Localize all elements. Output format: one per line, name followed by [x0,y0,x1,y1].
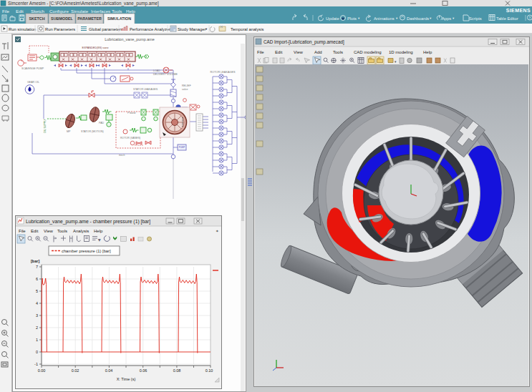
svg-text:[bar]: [bar] [31,259,39,263]
svg-text:Edit: Edit [275,50,283,54]
svg-text:valve: valve [182,88,188,91]
svg-text:File: File [257,50,264,54]
svg-text:Edit: Edit [31,229,39,233]
svg-text:▾: ▾ [395,59,397,64]
svg-text:SIEMENS: SIEMENS [506,8,531,13]
svg-text:✦: ✦ [216,229,219,233]
svg-text:RELIEF: RELIEF [182,84,191,87]
svg-text:0.00: 0.00 [38,368,46,373]
svg-text:?: ? [529,16,531,20]
svg-text:5: 5 [36,289,38,293]
svg-text:2: 2 [36,325,38,330]
svg-text:Scripts: Scripts [469,16,482,21]
svg-text:Study Manager: Study Manager [178,27,205,31]
svg-text:Simulate: Simulate [71,9,89,14]
svg-text:Help: Help [94,229,103,233]
svg-text:Run simulation: Run simulation [9,27,36,31]
svg-text:Table Editor: Table Editor [496,16,518,21]
svg-text:Tools: Tools [57,229,67,233]
svg-text:-1: -1 [34,362,38,366]
svg-text:mech: mech [119,154,125,157]
svg-text:Sketch: Sketch [31,9,44,14]
svg-text:P band: P band [127,112,135,114]
svg-text:Tools: Tools [112,9,122,14]
svg-text:Edit: Edit [16,9,24,14]
svg-text:Animations: Animations [374,16,395,21]
svg-text:▾: ▾ [99,237,101,242]
svg-text:CAD Import-[Lubrication_pump.a: CAD Import-[Lubrication_pump.amecad] [263,39,344,45]
svg-text:SKETCH: SKETCH [29,16,44,21]
svg-text:STATOR LEAKAGES: STATOR LEAKAGES [133,88,158,91]
svg-text:Update: Update [326,16,339,21]
svg-text:ROTOR (VANES): ROTOR (VANES) [120,137,140,139]
svg-text:Help: Help [126,9,135,14]
svg-text:Analysis: Analysis [73,229,89,233]
svg-text:OIL SUPPLY: OIL SUPPLY [44,118,47,133]
svg-text:0.10: 0.10 [205,368,213,373]
svg-text:LOAD: LOAD [153,69,160,72]
svg-text:File: File [19,229,26,233]
svg-text:PARAMETER: PARAMETER [77,16,102,21]
svg-text:ROTOR LEAKAGES: ROTOR LEAKAGES [211,71,236,74]
svg-text:4: 4 [36,301,38,305]
svg-text:Help: Help [423,50,432,54]
svg-text:0.04: 0.04 [105,368,113,373]
svg-text:chamber pressure (1) [bar]: chamber pressure (1) [bar] [62,249,111,253]
svg-text:Simcenter Amesim - [C:\FO\Ames: Simcenter Amesim - [C:\FO\Amesim\Ametest… [8,1,159,6]
svg-text:Lubrication_vane_pump.ame - ch: Lubrication_vane_pump.ame - chamber pres… [26,219,150,225]
svg-text:File: File [2,9,10,14]
svg-text:3: 3 [36,313,38,318]
svg-text:1: 1 [36,338,38,342]
svg-text:Dashboards: Dashboards [407,16,429,21]
svg-text:CAD modeling: CAD modeling [354,50,382,54]
svg-text:MP: MP [67,130,71,133]
svg-text:Performance Analyzer: Performance Analyzer [130,27,170,31]
svg-text:6: 6 [36,277,38,281]
svg-text:Interfaces: Interfaces [91,9,110,14]
svg-text:PUMP: PUMP [179,146,185,149]
svg-text:Add: Add [314,50,322,54]
svg-text:Temporal analysis: Temporal analysis [231,27,263,31]
svg-text:0.08: 0.08 [173,368,181,373]
svg-text:View: View [294,50,304,54]
svg-text:SCAVENGE PUMP: SCAVENGE PUMP [21,67,44,70]
svg-text:View: View [44,229,54,233]
svg-text:Global parameters: Global parameters [89,27,123,31]
svg-text:1D modeling: 1D modeling [389,50,413,54]
svg-text:SIMULATION: SIMULATION [107,16,131,21]
svg-text:Plots: Plots [347,16,357,21]
svg-text:STATOR (MOTION): STATOR (MOTION) [81,130,104,133]
svg-text:7: 7 [36,265,38,269]
svg-text:0.06: 0.06 [140,368,147,373]
svg-text:0.02: 0.02 [72,368,79,373]
svg-text:Lubrication_vane_pump.ame: Lubrication_vane_pump.ame [105,37,155,41]
svg-text:0: 0 [36,350,38,354]
svg-text:DELIVERY VOLUME: DELIVERY VOLUME [153,73,178,76]
svg-text:Tools: Tools [333,50,343,54]
svg-text:Apps: Apps [442,16,451,21]
svg-text:EXPANDED(8S) vane: EXPANDED(8S) vane [82,46,108,49]
svg-text:X: Time (s): X: Time (s) [117,377,136,381]
svg-text:GEAR OIL: GEAR OIL [27,81,39,84]
svg-text:PAD: PAD [99,122,105,124]
svg-text:SUBMODEL: SUBMODEL [51,16,74,21]
svg-text:Run Parameters: Run Parameters [45,27,75,31]
svg-text:Configure: Configure [49,9,69,14]
